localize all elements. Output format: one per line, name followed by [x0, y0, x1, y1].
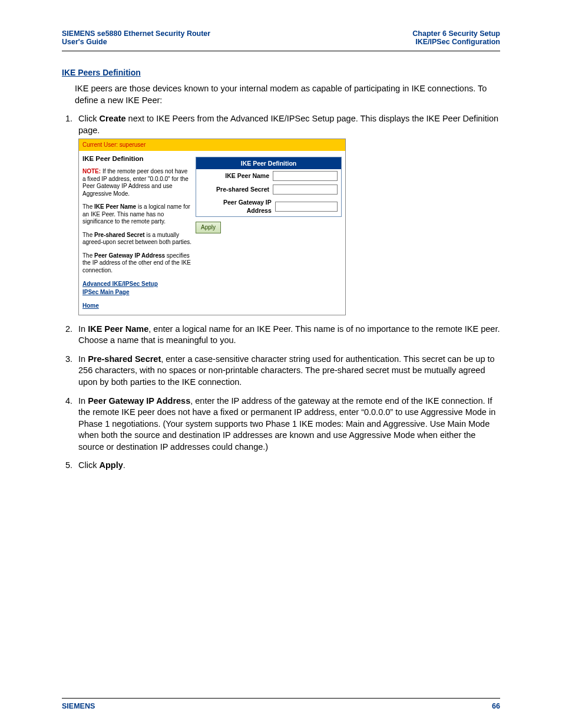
label-peer-name: IKE Peer Name	[225, 172, 273, 180]
header-right-line1: Chapter 6 Security Setup	[412, 29, 500, 38]
header-right-line2: IKE/IPSec Configuration	[415, 38, 500, 46]
input-gateway-ip[interactable]	[275, 202, 338, 212]
steps-list: Click Create next to IKE Peers from the …	[62, 113, 500, 472]
section-title: IKE Peers Definition	[62, 68, 500, 77]
embedded-screenshot: Current User: superuser IKE Peer Definit…	[78, 139, 346, 315]
footer-brand: SIEMENS	[62, 702, 95, 710]
apply-button[interactable]: Apply	[196, 222, 221, 233]
embed-note: NOTE: If the remote peer does not have a…	[82, 168, 192, 197]
embed-p3: The Peer Gateway IP Address specifies th…	[82, 252, 192, 275]
embed-form-area: IKE Peer Definition IKE Peer Name Pre-sh…	[196, 153, 342, 310]
page-footer: SIEMENS 66	[62, 698, 500, 710]
current-user-bar: Current User: superuser	[79, 139, 345, 151]
link-home[interactable]: Home	[82, 302, 192, 310]
page-header: SIEMENS se5880 Ethernet Security Router …	[62, 29, 500, 51]
intro-paragraph: IKE peers are those devices known to you…	[75, 83, 500, 106]
link-advanced-setup[interactable]: Advanced IKE/IPSec Setup	[82, 280, 192, 288]
form-card: IKE Peer Definition IKE Peer Name Pre-sh…	[196, 157, 342, 218]
header-left: SIEMENS se5880 Ethernet Security Router …	[62, 29, 210, 46]
embed-p1: The IKE Peer Name is a logical name for …	[82, 203, 192, 226]
header-right: Chapter 6 Security Setup IKE/IPSec Confi…	[412, 29, 500, 46]
embed-title: IKE Peer Definition	[82, 154, 192, 164]
input-preshared-secret[interactable]	[273, 185, 338, 195]
header-left-line2: User's Guide	[62, 38, 107, 46]
step-1: Click Create next to IKE Peers from the …	[75, 113, 500, 315]
embed-p2: The Pre-shared Secret is a mutually agre…	[82, 232, 192, 246]
input-peer-name[interactable]	[273, 171, 338, 181]
label-gateway-ip: Peer Gateway IP Address	[200, 198, 275, 215]
header-left-line1: SIEMENS se5880 Ethernet Security Router	[62, 29, 210, 38]
step-2: In IKE Peer Name, enter a logical name f…	[75, 324, 500, 347]
embed-sidebar: IKE Peer Definition NOTE: If the remote …	[82, 153, 196, 310]
label-preshared-secret: Pre-shared Secret	[216, 185, 273, 193]
step-4: In Peer Gateway IP Address, enter the IP…	[75, 396, 500, 453]
step-5: Click Apply.	[75, 460, 500, 472]
form-card-header: IKE Peer Definition	[196, 157, 341, 169]
footer-page-number: 66	[492, 702, 500, 710]
step-3: In Pre-shared Secret, enter a case-sensi…	[75, 354, 500, 388]
link-ipsec-main[interactable]: IPSec Main Page	[82, 288, 192, 297]
